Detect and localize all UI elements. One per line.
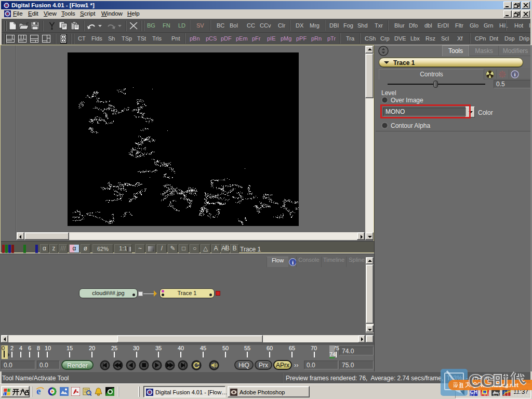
svg-text:i: i <box>514 71 515 77</box>
svg-text:i: i <box>292 259 294 265</box>
